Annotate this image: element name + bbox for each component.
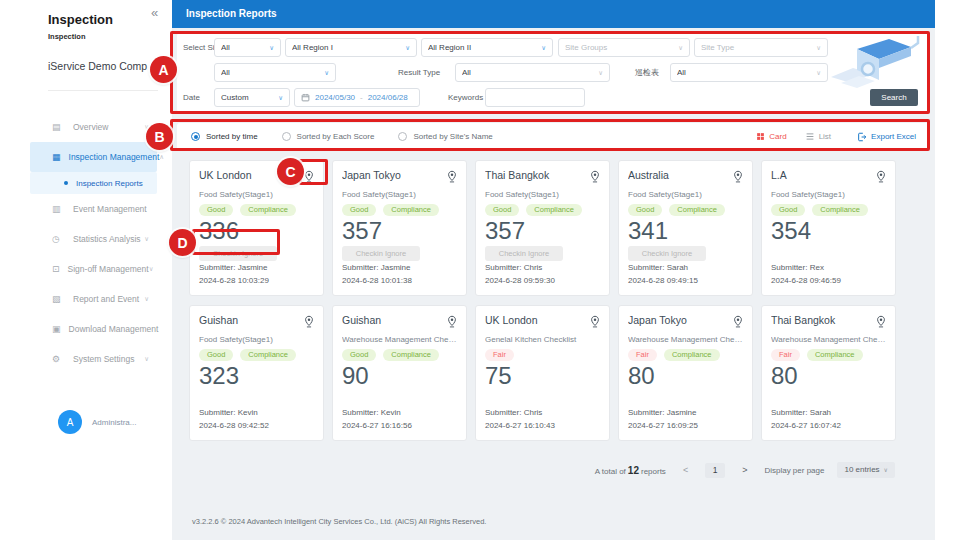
chevron-down-icon (144, 235, 149, 243)
statistics-analysis-icon (52, 234, 65, 244)
site-select[interactable]: All (214, 38, 281, 57)
date-mode-select[interactable]: Custom (214, 88, 290, 107)
checkin-ignore-button[interactable]: Checkin Ignore (199, 246, 277, 261)
chevron-down-icon (278, 94, 283, 102)
card-meta: Submitter: Sarah 2024-6-27 16:07:42 (771, 406, 841, 432)
next-page-button[interactable]: > (738, 465, 751, 475)
checklist-select[interactable]: All (670, 63, 828, 82)
chevron-up-icon (159, 153, 164, 161)
keywords-input[interactable] (485, 88, 585, 107)
sidebar-item-label: Download Management (69, 324, 159, 334)
user-account[interactable]: A Administra... (58, 410, 136, 434)
card-badges: Good Compliance (199, 349, 314, 361)
compliance-badge: Compliance (383, 204, 439, 216)
location-pin-icon[interactable] (731, 169, 743, 187)
location-pin-icon[interactable] (445, 314, 457, 332)
search-button[interactable]: Search (870, 89, 918, 106)
date-separator: - (360, 93, 363, 102)
site-all-select[interactable]: All (214, 63, 336, 82)
sort-by-score-radio[interactable]: Sorted by Each Score (282, 132, 375, 141)
bullet-icon (64, 181, 68, 185)
report-card[interactable]: UK London Genelal Kitchen Checklist Fair… (475, 305, 610, 441)
collapse-sidebar-icon[interactable]: « (151, 5, 158, 20)
report-card[interactable]: Japan Tokyo Warehouse Management Checkli… (618, 305, 753, 441)
location-pin-icon[interactable] (874, 314, 886, 332)
checkin-ignore-button[interactable]: Checkin Ignore (342, 246, 420, 261)
location-pin-icon[interactable] (588, 314, 600, 332)
report-card[interactable]: Thai Bangkok Food Safety(Stage1) Good Co… (475, 160, 610, 296)
card-badges: Good Compliance (628, 204, 743, 216)
report-card[interactable]: Guishan Warehouse Management Checkli... … (332, 305, 467, 441)
report-card[interactable]: Thai Bangkok Warehouse Management Checkl… (761, 305, 896, 441)
version-copyright: v3.2.2.6 © 2024 Advantech Intelligent Ci… (192, 517, 486, 526)
avatar[interactable]: A (58, 410, 82, 434)
checkin-ignore-button[interactable]: Checkin Ignore (628, 246, 706, 261)
sidebar-item-download-management[interactable]: Download Management (30, 314, 157, 344)
report-card[interactable]: Australia Food Safety(Stage1) Good Compl… (618, 160, 753, 296)
card-timestamp: 2024-6-28 09:49:15 (628, 274, 698, 287)
score-result-badge: Good (199, 349, 233, 361)
card-timestamp: 2024-6-28 10:01:38 (342, 274, 412, 287)
date-range-picker[interactable]: 2024/05/30 - 2024/06/28 (294, 88, 420, 107)
card-timestamp: 2024-6-28 09:46:59 (771, 274, 841, 287)
sidebar-item-report-and-event[interactable]: Report and Event (30, 284, 157, 314)
page-number-button[interactable]: 1 (705, 463, 725, 478)
region2-select[interactable]: All Region II (421, 38, 553, 57)
region1-select[interactable]: All Region I (285, 38, 417, 57)
event-management-icon (52, 204, 65, 214)
sidebar-item-event-management[interactable]: Event Management (30, 194, 157, 224)
sort-bar: Sorted by time Sorted by Each Score Sort… (177, 123, 930, 150)
sidebar-item-statistics-analysis[interactable]: Statistics Analysis (30, 224, 157, 254)
region1-select-value: All Region I (292, 43, 401, 52)
camera-illustration (827, 35, 922, 93)
result-type-select[interactable]: All (455, 63, 610, 82)
checkin-ignore-button[interactable]: Checkin Ignore (485, 246, 563, 261)
card-score: 336 (199, 219, 314, 243)
report-card[interactable]: Japan Tokyo Food Safety(Stage1) Good Com… (332, 160, 467, 296)
sidebar-item-overview[interactable]: Overview (30, 112, 157, 142)
sidebar-item-system-settings[interactable]: System Settings (30, 344, 157, 374)
compliance-badge: Compliance (526, 204, 582, 216)
card-badges: Good Compliance (485, 204, 600, 216)
card-meta: Submitter: Sarah 2024-6-28 09:49:15 (628, 261, 698, 287)
sidebar-item-inspection-management[interactable]: Inspection Management (30, 142, 157, 172)
score-result-badge: Good (485, 204, 519, 216)
card-header: Guishan (199, 314, 314, 332)
report-card[interactable]: Guishan Food Safety(Stage1) Good Complia… (189, 305, 324, 441)
card-view-toggle[interactable]: Card (756, 132, 786, 141)
card-submitter: Submitter: Jasmine (628, 406, 698, 419)
site-type-select[interactable]: Site Type (694, 38, 828, 57)
total-prefix: A total of (595, 467, 626, 476)
site-groups-select[interactable]: Site Groups (558, 38, 690, 57)
radio-off-icon (282, 132, 291, 141)
sort-by-site-name-radio[interactable]: Sorted by Site's Name (398, 132, 492, 141)
location-pin-icon[interactable] (874, 169, 886, 187)
card-checklist-name: Food Safety(Stage1) (342, 190, 457, 199)
prev-page-button[interactable]: < (679, 465, 692, 475)
report-card[interactable]: UK London Food Safety(Stage1) Good Compl… (189, 160, 324, 296)
location-pin-icon[interactable] (445, 169, 457, 187)
report-card-grid: UK London Food Safety(Stage1) Good Compl… (189, 160, 904, 441)
sidebar-menu: Overview Inspection Management Inspectio… (30, 112, 157, 374)
total-count: 12 (626, 465, 641, 476)
card-meta: Submitter: Jasmine 2024-6-28 10:01:38 (342, 261, 412, 287)
sidebar-item-inspection-reports[interactable]: Inspection Reports (30, 172, 157, 194)
per-page-select[interactable]: 10 entries (837, 462, 895, 478)
location-pin-icon[interactable] (588, 169, 600, 187)
display-per-page-label: Display per page (764, 466, 824, 475)
per-page-value: 10 entries (844, 465, 879, 474)
report-and-event-icon (52, 294, 65, 304)
card-site-name: Guishan (199, 314, 302, 326)
company-selector[interactable]: iService Demo Comp (48, 60, 157, 72)
location-pin-icon[interactable] (731, 314, 743, 332)
chevron-down-icon (324, 69, 329, 77)
report-card[interactable]: L.A Food Safety(Stage1) Good Compliance … (761, 160, 896, 296)
sidebar-item-signoff-management[interactable]: Sign-off Management (30, 254, 157, 284)
sort-by-time-radio[interactable]: Sorted by time (191, 132, 258, 141)
list-view-toggle[interactable]: List (805, 132, 831, 141)
card-timestamp: 2024-6-27 16:10:43 (485, 419, 555, 432)
location-pin-icon[interactable] (302, 314, 314, 332)
export-excel-button[interactable]: Export Excel (857, 132, 916, 142)
compliance-badge: Compliance (807, 349, 863, 361)
card-header: Japan Tokyo (342, 169, 457, 187)
